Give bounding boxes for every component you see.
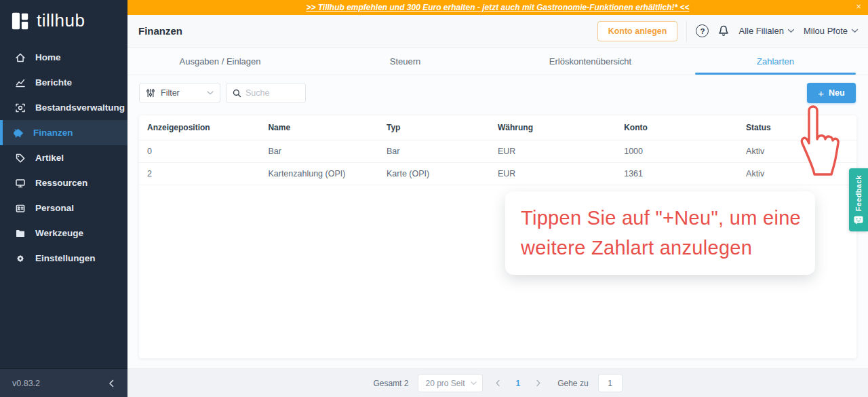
tab-erloeskontenuebersicht[interactable]: Erlöskontenübersicht: [498, 48, 683, 75]
cell-name: Bar: [268, 140, 387, 162]
sidebar-item-artikel[interactable]: Artikel: [0, 145, 127, 170]
sidebar-item-label: Werkzeuge: [35, 228, 83, 238]
branch-selector[interactable]: Alle Filialen: [738, 26, 794, 36]
branch-selector-label: Alle Filialen: [738, 26, 783, 36]
annotation-line-1: Tippen Sie auf "+Neu", um eine: [521, 203, 808, 233]
filter-label: Filter: [161, 88, 201, 98]
sidebar-item-ressourcen[interactable]: Ressourcen: [0, 170, 127, 195]
sidebar-item-label: Berichte: [35, 77, 72, 88]
id-badge-icon: [15, 203, 26, 214]
sidebar-item-label: Artikel: [35, 153, 64, 163]
sidebar-item-finanzen[interactable]: Finanzen: [0, 120, 127, 145]
page-size-select[interactable]: 20 pro Seit: [418, 374, 482, 392]
column-header-typ: Typ: [387, 115, 498, 140]
column-header-status: Status: [746, 115, 856, 140]
cell-typ: Bar: [387, 140, 498, 162]
feedback-label: Feedback: [854, 175, 863, 211]
tag-icon: [15, 153, 26, 164]
sidebar-item-label: Finanzen: [33, 128, 73, 138]
zahlarten-table: Anzeigeposition Name Typ Währung Konto S…: [139, 115, 856, 185]
filter-dropdown[interactable]: Filter: [139, 83, 220, 103]
tab-zahlarten[interactable]: Zahlarten: [683, 48, 868, 75]
help-icon[interactable]: ?: [696, 24, 709, 37]
user-menu-label: Milou Pfote: [804, 26, 848, 36]
page-size-value: 20 pro Seit: [425, 379, 465, 388]
chevron-down-icon: [471, 381, 477, 385]
sidebar-item-werkzeuge[interactable]: Werkzeuge: [0, 221, 127, 246]
next-page-button[interactable]: [533, 379, 544, 387]
goto-page-label: Gehe zu: [557, 379, 588, 388]
tab-ausgaben-einlagen[interactable]: Ausgaben / Einlagen: [127, 48, 313, 75]
sidebar-item-label: Home: [35, 52, 61, 62]
page-number[interactable]: 1: [513, 379, 524, 388]
search-icon: [233, 89, 241, 98]
chart-icon: [15, 77, 26, 88]
promo-banner: >> Tillhub empfehlen und 300 Euro erhalt…: [127, 0, 868, 15]
sidebar-collapse-button[interactable]: [107, 379, 115, 388]
gear-icon: [15, 253, 26, 264]
neu-button[interactable]: + Neu: [807, 83, 856, 103]
feedback-tab[interactable]: Feedback: [849, 168, 868, 231]
goto-page-input[interactable]: [598, 374, 623, 392]
toolbar: Filter + Neu: [139, 83, 856, 103]
sidebar-footer: v0.83.2: [0, 368, 127, 397]
column-header-name: Name: [268, 115, 387, 140]
search-box: [226, 83, 306, 103]
column-header-waehrung: Währung: [498, 115, 624, 140]
app-window: tillhub Home Berichte Bestandsverwaltung…: [0, 0, 868, 397]
chevron-down-icon: [851, 29, 859, 33]
sidebar-item-label: Personal: [35, 203, 74, 213]
sidebar-item-label: Einstellungen: [35, 253, 96, 263]
cell-konto: 1000: [624, 140, 746, 162]
konto-anlegen-button[interactable]: Konto anlegen: [597, 21, 678, 41]
previous-page-button[interactable]: [492, 379, 503, 387]
piggy-bank-icon: [12, 128, 24, 138]
plus-icon: +: [818, 88, 824, 98]
table-row[interactable]: 0 Bar Bar EUR 1000 Aktiv: [139, 140, 856, 162]
tillhub-logo[interactable]: tillhub: [0, 0, 127, 39]
cell-typ: Karte (OPI): [387, 162, 498, 185]
cell-status: Aktiv: [746, 140, 856, 162]
chevron-down-icon: [787, 29, 795, 33]
inventory-scan-icon: [15, 102, 26, 113]
main-area: >> Tillhub empfehlen und 300 Euro erhalt…: [127, 0, 868, 397]
sidebar-item-bestandsverwaltung[interactable]: Bestandsverwaltung: [0, 95, 127, 120]
content-area: Filter + Neu: [127, 75, 868, 368]
tab-steuern[interactable]: Steuern: [313, 48, 498, 75]
chevron-down-icon: [207, 91, 214, 95]
cell-anzeigeposition: 0: [139, 140, 268, 162]
filter-sliders-icon: [146, 88, 155, 98]
folder-icon: [15, 228, 26, 239]
sidebar-item-label: Bestandsverwaltung: [35, 102, 125, 113]
header-actions: Konto anlegen ? Alle Filialen Milou Pfot…: [597, 21, 859, 41]
sidebar: tillhub Home Berichte Bestandsverwaltung…: [0, 0, 127, 397]
sidebar-item-einstellungen[interactable]: Einstellungen: [0, 246, 127, 271]
search-input[interactable]: [245, 88, 297, 98]
notifications-bell-icon[interactable]: [717, 24, 730, 37]
sidebar-nav: Home Berichte Bestandsverwaltung Finanze…: [0, 45, 127, 271]
cell-konto: 1361: [624, 162, 746, 185]
cell-status: Aktiv: [746, 162, 856, 185]
sidebar-item-personal[interactable]: Personal: [0, 195, 127, 221]
logo-wordmark: tillhub: [37, 10, 85, 31]
cell-name: Kartenzahlung (OPI): [268, 162, 387, 185]
user-menu[interactable]: Milou Pfote: [804, 26, 859, 36]
page-header: Finanzen Konto anlegen ? Alle Filialen M…: [127, 15, 868, 48]
table-row[interactable]: 2 Kartenzahlung (OPI) Karte (OPI) EUR 13…: [139, 162, 856, 185]
sidebar-item-label: Ressourcen: [35, 178, 87, 188]
tillhub-logo-icon: [11, 12, 30, 31]
app-version: v0.83.2: [12, 379, 40, 388]
neu-button-label: Neu: [829, 88, 845, 98]
total-count-label: Gesamt 2: [373, 379, 408, 388]
tab-bar: Ausgaben / Einlagen Steuern Erlöskontenü…: [127, 48, 868, 75]
tutorial-annotation: Tippen Sie auf "+Neu", um eine weitere Z…: [505, 191, 815, 275]
sidebar-item-home[interactable]: Home: [0, 45, 127, 70]
column-header-konto: Konto: [624, 115, 746, 140]
cell-anzeigeposition: 2: [139, 162, 268, 185]
banner-close-icon[interactable]: ×: [856, 1, 861, 12]
sidebar-item-berichte[interactable]: Berichte: [0, 70, 127, 95]
column-header-anzeigeposition: Anzeigeposition: [139, 115, 268, 140]
annotation-line-2: weitere Zahlart anzulegen: [521, 233, 808, 263]
promo-banner-link[interactable]: >> Tillhub empfehlen und 300 Euro erhalt…: [306, 3, 689, 12]
monitor-icon: [15, 178, 26, 189]
